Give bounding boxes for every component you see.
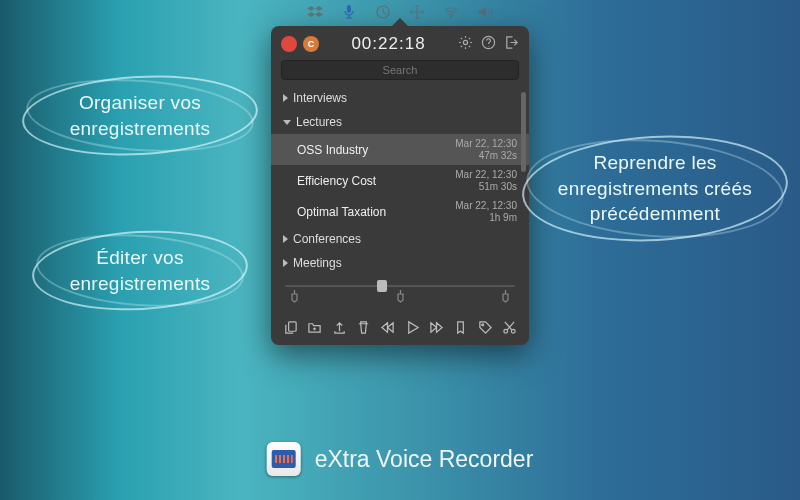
- recording-item[interactable]: OSS IndustryMar 22, 12:3047m 32s: [271, 134, 529, 165]
- clock-icon[interactable]: [375, 4, 391, 20]
- chevron-right-icon: [283, 259, 288, 267]
- timer-display: 00:22:18: [325, 34, 452, 54]
- tag-button[interactable]: [475, 320, 494, 335]
- delete-button[interactable]: [354, 320, 373, 335]
- continue-button[interactable]: C: [303, 36, 319, 52]
- playback-slider-zone: [271, 275, 529, 314]
- app-footer: eXtra Voice Recorder: [267, 442, 534, 476]
- exit-icon[interactable]: [504, 35, 519, 54]
- recording-name: Optimal Taxation: [297, 205, 455, 219]
- app-title: eXtra Voice Recorder: [315, 446, 534, 473]
- bookmark-marker-icon: [289, 290, 300, 308]
- popover-topbar: C 00:22:18: [271, 26, 529, 60]
- recording-name: OSS Industry: [297, 143, 455, 157]
- microphone-icon[interactable]: [341, 4, 357, 20]
- recording-meta: Mar 22, 12:301h 9m: [455, 200, 517, 223]
- cut-button[interactable]: [500, 320, 519, 335]
- recording-item[interactable]: Optimal TaxationMar 22, 12:301h 9m: [271, 196, 529, 227]
- group-label: Lectures: [296, 115, 342, 129]
- play-button[interactable]: [402, 320, 421, 335]
- chevron-right-icon: [283, 235, 288, 243]
- group-label: Interviews: [293, 91, 347, 105]
- group-header[interactable]: Meetings: [271, 251, 529, 275]
- recording-name: Efficiency Cost: [297, 174, 455, 188]
- playback-slider[interactable]: [285, 285, 515, 287]
- svg-point-7: [504, 329, 508, 333]
- rename-button[interactable]: [281, 320, 300, 335]
- dropbox-icon[interactable]: [307, 4, 323, 20]
- svg-point-3: [463, 40, 467, 44]
- move-icon[interactable]: [409, 4, 425, 20]
- volume-icon[interactable]: [477, 4, 493, 20]
- record-button[interactable]: [281, 36, 297, 52]
- bookmark-marker-icon: [500, 290, 511, 308]
- svg-point-2: [450, 16, 452, 18]
- svg-rect-5: [289, 322, 297, 331]
- recording-meta: Mar 22, 12:3051m 30s: [455, 169, 517, 192]
- scrollbar[interactable]: [521, 92, 526, 172]
- forward-button[interactable]: [427, 320, 446, 335]
- recording-item[interactable]: Efficiency CostMar 22, 12:3051m 30s: [271, 165, 529, 196]
- callout-edit: Éditer vos enregistrements: [50, 245, 230, 296]
- svg-point-6: [481, 324, 483, 326]
- callout-organize: Organiser vos enregistrements: [40, 90, 240, 141]
- bottom-toolbar: [271, 314, 529, 345]
- group-header[interactable]: Conferences: [271, 227, 529, 251]
- chevron-right-icon: [283, 94, 288, 102]
- recording-meta: Mar 22, 12:3047m 32s: [455, 138, 517, 161]
- bookmark-marker-icon: [395, 290, 406, 308]
- export-button[interactable]: [330, 320, 349, 335]
- recordings-list: InterviewsLecturesOSS IndustryMar 22, 12…: [271, 86, 529, 275]
- svg-rect-0: [347, 5, 351, 13]
- rewind-button[interactable]: [378, 320, 397, 335]
- group-label: Meetings: [293, 256, 342, 270]
- chevron-down-icon: [283, 120, 291, 125]
- gear-icon[interactable]: [458, 35, 473, 54]
- recorder-popover: C 00:22:18 InterviewsLecturesOSS Industr…: [271, 26, 529, 345]
- bookmark-button[interactable]: [451, 320, 470, 335]
- slider-thumb[interactable]: [377, 280, 387, 292]
- svg-point-8: [511, 329, 515, 333]
- new-folder-button[interactable]: [305, 320, 324, 335]
- group-header[interactable]: Interviews: [271, 86, 529, 110]
- callout-resume: Reprendre les enregistrements créés préc…: [540, 150, 770, 227]
- group-header[interactable]: Lectures: [271, 110, 529, 134]
- wifi-icon[interactable]: [443, 4, 459, 20]
- search-input[interactable]: [281, 60, 519, 80]
- help-icon[interactable]: [481, 35, 496, 54]
- app-logo-icon: [267, 442, 301, 476]
- group-label: Conferences: [293, 232, 361, 246]
